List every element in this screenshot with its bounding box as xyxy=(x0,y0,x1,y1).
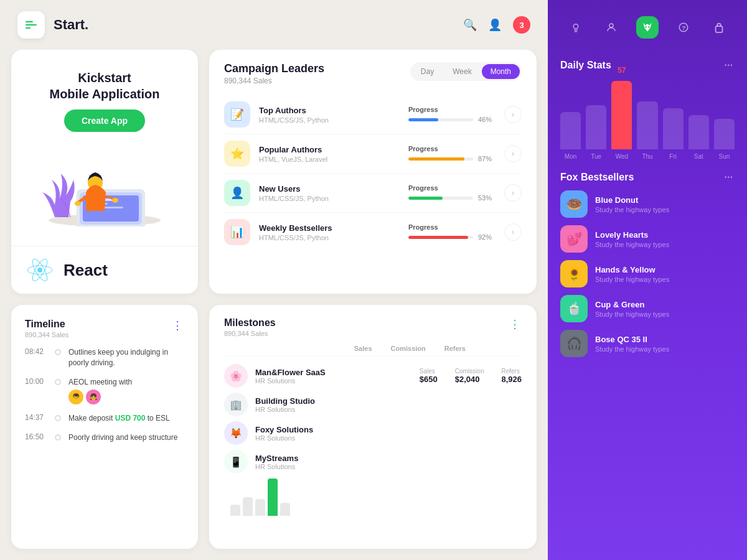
fox-desc: Study the highway types xyxy=(595,345,735,353)
tl-text: Make deposit USD 700 to ESL xyxy=(68,413,170,424)
chart-label: Tue xyxy=(586,153,606,160)
svg-point-20 xyxy=(648,26,650,28)
progress-section: Progress 46% xyxy=(408,106,496,123)
ms-bar xyxy=(280,503,290,516)
tab-day[interactable]: Day xyxy=(412,64,443,79)
progress-section: Progress 87% xyxy=(408,145,496,162)
milestone-name: Foxy Solutions xyxy=(255,425,522,434)
milestone-sub: HR Solutions xyxy=(255,463,522,470)
chart-labels: MonTueWedThuFriSatSun xyxy=(560,153,735,160)
fox-desc: Study the highway types xyxy=(595,241,735,248)
tab-month[interactable]: Month xyxy=(482,64,520,79)
ms-bar xyxy=(230,505,240,516)
sidebar-icon-help[interactable]: ? xyxy=(672,16,695,39)
campaign-row-info: Weekly Bestsellers HTML/CSS/JS, Python xyxy=(259,223,400,241)
right-sidebar: ? Daily Stats ⋯ 57MonTueWedThuFriSatSun … xyxy=(548,0,747,560)
milestone-name: Building Studio xyxy=(255,396,522,406)
campaign-row-chevron[interactable]: › xyxy=(504,106,522,123)
tl-text: Poorly driving and keep structure xyxy=(68,432,177,443)
milestone-sub: HR Solutions xyxy=(255,406,522,413)
svg-point-11 xyxy=(75,201,81,206)
fox-item: 🌻 Hands & Yellow Study the highway types xyxy=(560,260,735,287)
campaign-row-info: New Users HTML/CSS/JS, Python xyxy=(259,184,400,202)
tab-week[interactable]: Week xyxy=(444,64,480,79)
logo-icon xyxy=(17,11,45,39)
campaign-row-name: Top Authors xyxy=(259,106,400,115)
tl-avatar: 👧 xyxy=(86,390,101,404)
milestone-commission: Comission $2,040 xyxy=(455,368,484,384)
timeline-header: Timeline 890,344 Sales ⋮ xyxy=(25,319,184,338)
progress-bar-wrap: 46% xyxy=(408,116,496,123)
campaign-row-icon: 📝 xyxy=(224,101,250,128)
campaign-row-name: Weekly Bestsellers xyxy=(259,223,400,233)
campaign-row-chevron[interactable]: › xyxy=(504,184,522,202)
chart-label: Sat xyxy=(688,153,709,160)
milestone-row: 🏢 Building Studio HR Solutions xyxy=(224,393,522,416)
campaign-row: ⭐ Popular Authors HTML, VueJS, Laravel P… xyxy=(224,134,522,174)
campaign-row-chevron[interactable]: › xyxy=(504,145,522,162)
sidebar-icon-fox[interactable] xyxy=(636,16,659,39)
user-icon[interactable]: 👤 xyxy=(488,18,502,32)
fox-menu[interactable]: ⋯ xyxy=(724,172,735,182)
sidebar-icon-profile[interactable] xyxy=(600,16,622,39)
milestones-header: Milestones 890,344 Sales ⋮ xyxy=(224,317,522,337)
campaign-card: Campaign Leaders 890,344 Sales Day Week … xyxy=(209,50,537,294)
timeline-item: 10:00 AEOL meeting with 👦 👧 xyxy=(25,377,184,405)
campaign-row-chevron[interactable]: › xyxy=(504,223,522,241)
svg-point-18 xyxy=(609,24,613,27)
col-refers: Refers xyxy=(444,345,466,352)
timeline-menu[interactable]: ⋮ xyxy=(172,319,184,332)
chart-label: Sun xyxy=(714,153,735,160)
milestone-icon: 🏢 xyxy=(224,393,248,416)
progress-fill xyxy=(408,118,438,121)
timeline-card: Timeline 890,344 Sales ⋮ 08:42 Outlines … xyxy=(11,305,198,549)
fox-bestsellers-section: Fox Bestsellers ⋯ 🍩 Blue Donut Study the… xyxy=(560,172,735,357)
milestone-info: Man&Flower SaaS HR Solutions xyxy=(255,368,412,385)
fox-thumb: 🍵 xyxy=(560,295,588,322)
react-footer: React xyxy=(11,246,198,294)
fox-name: Cup & Green xyxy=(595,300,735,309)
milestone-row: 🌸 Man&Flower SaaS HR Solutions Sales $65… xyxy=(224,364,522,388)
chart-bar xyxy=(637,101,657,149)
sidebar-icon-lock[interactable] xyxy=(708,16,730,39)
progress-fill xyxy=(408,236,468,239)
milestone-refers: Refers 8,926 xyxy=(501,368,522,384)
campaign-row-icon: ⭐ xyxy=(224,141,250,167)
chart-bar xyxy=(560,112,581,150)
progress-label: Progress xyxy=(408,145,496,152)
campaign-row-name: Popular Authors xyxy=(259,145,400,154)
progress-pct: 46% xyxy=(478,116,496,123)
timeline-item: 14:37 Make deposit USD 700 to ESL xyxy=(25,413,184,424)
fox-thumb: 💕 xyxy=(560,225,588,253)
sidebar-icon-bulb[interactable] xyxy=(565,16,587,39)
campaign-row: 📊 Weekly Bestsellers HTML/CSS/JS, Python… xyxy=(224,213,522,251)
chart-label: Wed xyxy=(611,153,632,160)
search-icon[interactable]: 🔍 xyxy=(463,18,477,32)
timeline-items: 08:42 Outlines keep you indulging in poo… xyxy=(25,347,184,535)
campaign-row-info: Top Authors HTML/CSS/JS, Python xyxy=(259,106,400,124)
create-app-button[interactable]: Create App xyxy=(64,110,145,132)
fox-item: 🍵 Cup & Green Study the highway types xyxy=(560,295,735,322)
illustration xyxy=(25,139,184,226)
daily-stats-menu[interactable]: ⋯ xyxy=(724,60,735,70)
chart-bars: 57 xyxy=(560,81,735,149)
fox-thumb: 🍩 xyxy=(560,190,588,218)
campaign-rows: 📝 Top Authors HTML/CSS/JS, Python Progre… xyxy=(224,95,522,251)
milestones-subtitle: 890,344 Sales xyxy=(224,330,276,337)
chart-label: Fri xyxy=(663,153,684,160)
chart-peak: 57 xyxy=(618,66,626,75)
daily-stats-header: Daily Stats ⋯ xyxy=(560,60,735,71)
fox-title: Fox Bestsellers ⋯ xyxy=(560,172,735,183)
milestone-row: 📱 MyStreams HR Solutions xyxy=(224,450,522,474)
campaign-row: 📝 Top Authors HTML/CSS/JS, Python Progre… xyxy=(224,95,522,134)
timeline-title-block: Timeline 890,344 Sales xyxy=(25,319,68,338)
milestones-title: Milestones xyxy=(224,317,276,329)
fox-thumb: 🎧 xyxy=(560,330,588,357)
notification-badge[interactable]: 3 xyxy=(513,16,530,34)
milestones-menu[interactable]: ⋮ xyxy=(509,317,522,331)
daily-stats-section: Daily Stats ⋯ 57MonTueWedThuFriSatSun xyxy=(560,60,735,162)
chart-bar xyxy=(663,108,684,149)
sidebar-content: Daily Stats ⋯ 57MonTueWedThuFriSatSun Fo… xyxy=(548,50,747,560)
sidebar-top-icons: ? xyxy=(548,0,747,50)
svg-point-17 xyxy=(573,24,578,29)
